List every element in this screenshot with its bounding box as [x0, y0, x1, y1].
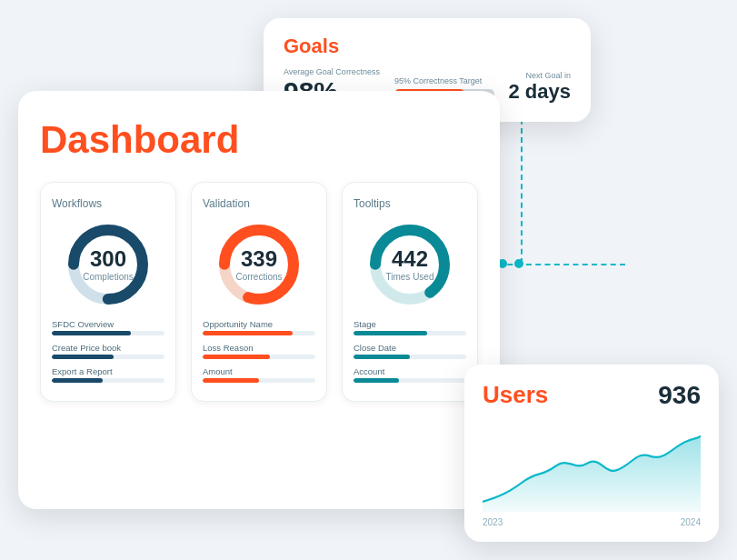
bar-fill [52, 355, 114, 359]
bar-item: Create Price book [52, 343, 164, 359]
dashboard-card: Dashboard Workflows 300 Completions SFDC… [18, 91, 500, 509]
chart-label-right: 2024 [681, 517, 701, 527]
users-chart-svg [483, 421, 701, 512]
users-title: Users [483, 381, 548, 409]
widgets-row: Workflows 300 Completions SFDC Overview [40, 182, 478, 402]
bar-track [354, 355, 466, 359]
bar-item: Loss Reason [203, 343, 315, 359]
donut-center: 339 Corrections [235, 248, 282, 282]
users-header: Users 936 [483, 381, 701, 410]
bar-item: SFDC Overview [52, 319, 164, 335]
bar-fill [354, 378, 399, 383]
widget-tooltips: Tooltips 442 Times Used Stage [342, 182, 478, 402]
goals-next-value: 2 days [509, 80, 572, 104]
goals-next: Next Goal in 2 days [509, 71, 572, 104]
bar-track [52, 355, 164, 359]
donut-center: 300 Completions [83, 248, 134, 282]
donut-container: 300 Completions [52, 219, 164, 310]
bar-track [203, 331, 315, 335]
bar-fill [52, 378, 103, 383]
widget-workflows: Workflows 300 Completions SFDC Overview [40, 182, 176, 402]
bar-fill [354, 355, 410, 359]
bar-track [203, 378, 315, 383]
dashboard-title: Dashboard [40, 118, 478, 162]
users-count: 936 [658, 381, 701, 410]
chart-label-left: 2023 [483, 517, 503, 527]
donut-container: 339 Corrections [203, 219, 315, 310]
bar-track [52, 378, 164, 383]
bar-item: Stage [354, 319, 466, 335]
goals-correctness-label: Average Goal Correctness [284, 67, 380, 76]
bar-item: Opportunity Name [203, 319, 315, 335]
bar-track [354, 331, 466, 335]
widget-title: Validation [203, 197, 315, 210]
scene: Goals Average Goal Correctness 98% 95% C… [0, 0, 737, 560]
donut-center: 442 Times Used [386, 248, 434, 282]
bar-item: Account [354, 366, 466, 383]
bar-fill [203, 355, 270, 359]
bar-track [203, 355, 315, 359]
goals-next-label: Next Goal in [509, 71, 572, 80]
widget-title: Workflows [52, 197, 164, 210]
bar-item: Amount [203, 366, 315, 383]
chart-labels: 2023 2024 [483, 517, 701, 527]
bar-fill [203, 331, 293, 335]
bar-fill [354, 331, 427, 335]
bar-track [354, 378, 466, 383]
bar-track [52, 331, 164, 335]
donut-container: 442 Times Used [354, 219, 466, 310]
goals-title: Goals [284, 35, 571, 58]
bar-item: Close Date [354, 343, 466, 359]
widget-title: Tooltips [354, 197, 466, 210]
chart-area [483, 421, 701, 512]
users-card: Users 936 2023 2024 [464, 365, 719, 542]
goals-progress-label: 95% Correctness Target [394, 76, 494, 85]
widget-validation: Validation 339 Corrections Opportunity N… [191, 182, 327, 402]
bar-fill [203, 378, 259, 383]
bar-fill [52, 331, 131, 335]
bar-item: Export a Report [52, 366, 164, 383]
